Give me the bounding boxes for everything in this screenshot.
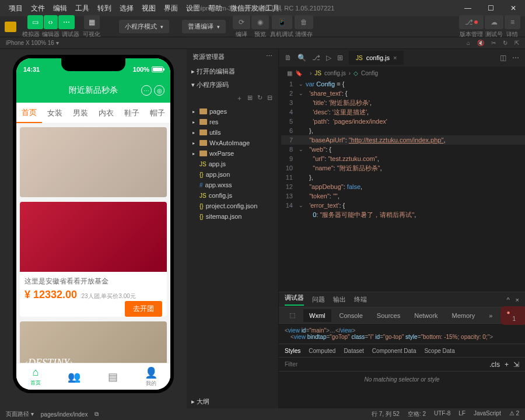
nav-item[interactable]: ▤ — [93, 363, 132, 390]
status-encoding[interactable]: UTF-8 — [434, 410, 450, 418]
copy-icon[interactable]: ⧉ — [94, 411, 99, 418]
version-button[interactable]: ⎇ — [459, 15, 484, 29]
tab-component[interactable]: Component Data — [372, 348, 416, 354]
inspect-icon[interactable]: ⬚ — [284, 309, 301, 322]
clear-cache-button[interactable]: 🗑 — [295, 15, 313, 29]
file-item[interactable]: {}project.config.json — [187, 201, 278, 211]
devtools-tab-terminal[interactable]: 终端 — [354, 295, 367, 304]
product-card[interactable]: ‹DESTINY›Natural Style of Hunn — [20, 321, 167, 363]
tab-dataset[interactable]: Dataset — [344, 348, 363, 354]
folder-item[interactable]: WxAutoImage — [187, 138, 278, 148]
file-item[interactable]: JSapp.js — [187, 159, 278, 169]
product-card[interactable] — [20, 127, 167, 197]
crumb-item[interactable]: config.js — [324, 70, 346, 76]
menu-item[interactable]: 项目 — [5, 4, 27, 13]
folder-item[interactable]: wxParse — [187, 148, 278, 159]
devtools-tab-output[interactable]: 输出 — [333, 295, 346, 304]
devtools-tab-problems[interactable]: 问题 — [312, 295, 325, 304]
folder-item[interactable]: res — [187, 117, 278, 127]
status-indent[interactable]: 空格: 2 — [408, 410, 426, 418]
chevron-up-icon[interactable]: ^ — [506, 296, 509, 303]
add-icon[interactable]: + — [505, 360, 509, 369]
maximize-icon[interactable]: ☐ — [484, 4, 498, 12]
tab-styles[interactable]: Styles — [285, 348, 300, 354]
nav-item[interactable]: 👥 — [55, 363, 93, 390]
tab-shoes[interactable]: 鞋子 — [119, 103, 145, 123]
wxml-tree[interactable]: <view id="main">…</view> <view bindtap="… — [279, 324, 525, 344]
test-button[interactable]: ☁ — [485, 15, 503, 29]
folder-item[interactable]: pages — [187, 106, 278, 117]
tab-close-icon[interactable]: × — [393, 54, 397, 61]
refresh-icon[interactable]: ↻ — [257, 94, 262, 103]
home-icon[interactable]: ⌂ — [467, 40, 470, 46]
visual-button[interactable]: ▦ — [84, 15, 100, 29]
breadcrumb[interactable]: ▦ 🔖 › JS config.js › ◇ Config — [279, 66, 525, 79]
detail-button[interactable]: ≡ — [505, 15, 520, 29]
file-item[interactable]: #app.wxss — [187, 180, 278, 190]
menu-item[interactable]: 工具 — [71, 4, 93, 13]
pin-icon[interactable]: ⇲ — [513, 360, 519, 369]
file-item[interactable]: JSconfig.js — [187, 190, 278, 201]
status-eol[interactable]: LF — [459, 410, 466, 418]
file-item[interactable]: {}app.json — [187, 169, 278, 180]
file-item[interactable]: {}sitemap.json — [187, 211, 278, 222]
devtools-tab-debugger[interactable]: 调试器 — [285, 293, 304, 306]
status-pos[interactable]: 行 7, 列 52 — [372, 410, 400, 418]
close-icon[interactable]: ✕ — [506, 4, 520, 12]
page-path-value[interactable]: pages/index/index — [41, 411, 88, 418]
compile-select[interactable]: 普通编译 — [182, 20, 226, 33]
cls-toggle[interactable]: .cls — [489, 360, 500, 369]
editor-tab[interactable]: JS config.js × — [349, 51, 404, 65]
compile-button[interactable]: ⟳ — [233, 15, 250, 29]
tab-memory[interactable]: Memory — [446, 309, 481, 322]
section-source[interactable]: 小程序源码 — [187, 78, 278, 92]
debugger-button[interactable]: ⋯ — [58, 15, 75, 29]
minimize-icon[interactable]: — — [460, 4, 475, 12]
device-select[interactable]: iPhone X 100% 16 ▾ — [6, 40, 59, 46]
code-area[interactable]: 1⌄var Config = {2⌄ 'share_text': {3 'tit… — [279, 79, 525, 292]
tab-console[interactable]: Console — [334, 309, 369, 322]
status-bell[interactable]: ⚠ 2 — [509, 410, 519, 418]
new-file-icon[interactable]: ＋ — [236, 94, 243, 103]
tab-men[interactable]: 男装 — [68, 103, 93, 123]
preview-button[interactable]: ◉ — [251, 15, 269, 29]
menu-item[interactable]: 文件 — [27, 4, 49, 13]
tab-scope[interactable]: Scope Data — [424, 348, 454, 354]
close-icon[interactable]: × — [516, 296, 519, 303]
tab-underwear[interactable]: 内衣 — [93, 103, 119, 123]
editor-button[interactable]: ‹› — [44, 15, 58, 29]
folder-item[interactable]: utils — [187, 127, 278, 138]
collapse-icon[interactable]: ⊟ — [267, 94, 272, 103]
status-lang[interactable]: JavaScript — [474, 410, 501, 418]
menu-item[interactable]: 转到 — [93, 4, 116, 13]
nav-mine[interactable]: 👤 我的 — [132, 363, 170, 390]
popout-icon[interactable]: ⇱ — [514, 40, 519, 46]
style-filter-input[interactable] — [285, 361, 489, 368]
menu-item[interactable]: 选择 — [116, 4, 138, 13]
buy-button[interactable]: 去开团 — [125, 301, 162, 317]
simulator-button[interactable]: ▭ — [27, 15, 43, 29]
mute-icon[interactable]: 🔇 — [477, 40, 484, 46]
capsule-close-icon[interactable]: ◎ — [154, 85, 164, 96]
mode-select[interactable]: 小程序模式 — [119, 20, 169, 33]
search-icon[interactable]: 🔍 — [298, 54, 306, 62]
tab-computed[interactable]: Computed — [309, 348, 335, 354]
split-icon[interactable]: ◫ — [500, 54, 506, 62]
debug-icon[interactable]: ▷ — [326, 54, 331, 62]
product-card[interactable]: 这里是安徽省看看开放基金 ¥ 12332.00 23人团,单买价3.00元 去开… — [20, 202, 167, 317]
remote-debug-button[interactable]: 📱 — [272, 15, 292, 29]
tab-hats[interactable]: 帽子 — [145, 103, 170, 123]
tab-sources[interactable]: Sources — [371, 309, 406, 322]
layout-icon[interactable]: ▦ — [287, 70, 292, 76]
content-scroll[interactable]: 这里是安徽省看看开放基金 ¥ 12332.00 23人团,单买价3.00元 去开… — [16, 124, 170, 363]
rotate-icon[interactable]: ↻ — [503, 40, 508, 46]
menu-item[interactable]: 编辑 — [49, 4, 71, 13]
ext-icon[interactable]: ⊞ — [337, 54, 343, 62]
tab-women[interactable]: 女装 — [42, 103, 68, 123]
menu-item[interactable]: 视图 — [138, 4, 160, 13]
cut-icon[interactable]: ✂ — [491, 40, 496, 46]
files-icon[interactable]: 🗎 — [285, 54, 292, 62]
crumb-item[interactable]: Config — [361, 70, 378, 76]
branch-icon[interactable]: ⎇ — [312, 54, 320, 62]
menu-item[interactable]: 界面 — [160, 4, 182, 13]
